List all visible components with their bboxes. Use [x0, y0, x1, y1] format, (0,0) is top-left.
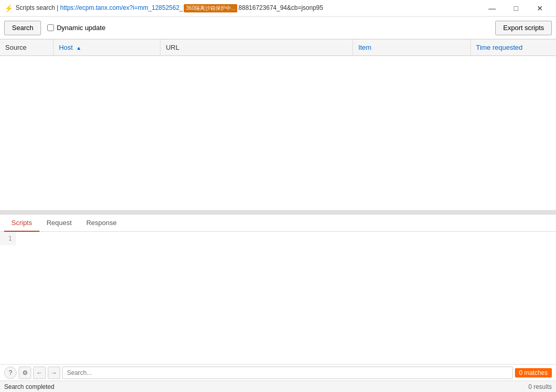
lightning-icon: ⚡: [4, 4, 13, 12]
search-button[interactable]: Search: [4, 21, 41, 35]
app-icon: ⚡: [4, 4, 12, 12]
title-suffix: 88816723674_94&cb=jsonp95: [238, 4, 323, 11]
code-content: [16, 232, 556, 236]
search-input[interactable]: [62, 367, 513, 379]
next-button[interactable]: →: [48, 367, 60, 379]
dynamic-update-text: Dynamic update: [57, 24, 105, 32]
title-prefix: Scripts search |: [16, 4, 60, 11]
status-bar: ? ⚙ ← → 0 matches: [0, 364, 556, 381]
minimize-button[interactable]: —: [480, 0, 504, 17]
tabs-bar: Scripts Request Response: [0, 215, 556, 232]
help-button[interactable]: ?: [4, 367, 17, 379]
title-url: https://ecpm.tanx.com/ex?i=mm_12852562_: [60, 4, 183, 11]
toolbar: Search Dynamic update Export scripts: [0, 17, 556, 39]
column-time[interactable]: Time requested: [470, 39, 556, 56]
dynamic-update-label[interactable]: Dynamic update: [47, 24, 105, 32]
bottom-status: Search completed 0 results: [0, 381, 556, 392]
results-table: Source Host ▲ URL Item Time requested: [0, 39, 556, 56]
warning-badge: 360隔离沙箱保护中...: [184, 4, 237, 12]
sort-arrow-icon: ▲: [76, 45, 82, 51]
table-header-row: Source Host ▲ URL Item Time requested: [0, 39, 556, 56]
column-item[interactable]: Item: [353, 39, 471, 56]
tab-scripts[interactable]: Scripts: [4, 215, 39, 232]
column-source[interactable]: Source: [0, 39, 53, 56]
column-host[interactable]: Host ▲: [53, 39, 160, 56]
status-results-text: 0 results: [528, 383, 552, 390]
column-url-label: URL: [166, 44, 179, 51]
bottom-panel: Scripts Request Response 1 ? ⚙ ← → 0 mat…: [0, 215, 556, 381]
results-table-container[interactable]: Source Host ▲ URL Item Time requested: [0, 39, 556, 212]
settings-button[interactable]: ⚙: [19, 367, 31, 379]
table-header: Source Host ▲ URL Item Time requested: [0, 39, 556, 56]
window-controls: — □ ✕: [480, 0, 552, 17]
column-host-label: Host: [59, 44, 73, 51]
export-scripts-button[interactable]: Export scripts: [495, 21, 552, 35]
dynamic-update-checkbox[interactable]: [47, 24, 54, 31]
title-bar-title: Scripts search | https://ecpm.tanx.com/e…: [16, 4, 480, 12]
column-url[interactable]: URL: [160, 39, 353, 56]
code-area[interactable]: 1: [0, 232, 556, 364]
maximize-button[interactable]: □: [504, 0, 528, 17]
status-completed-text: Search completed: [4, 383, 55, 390]
line-number-1: 1: [0, 234, 15, 243]
prev-button[interactable]: ←: [33, 367, 46, 379]
column-item-label: Item: [358, 44, 371, 51]
title-bar: ⚡ Scripts search | https://ecpm.tanx.com…: [0, 0, 556, 17]
tab-request[interactable]: Request: [39, 215, 79, 232]
line-numbers: 1: [0, 232, 16, 245]
tab-response[interactable]: Response: [79, 215, 124, 232]
column-source-label: Source: [5, 44, 26, 51]
close-button[interactable]: ✕: [528, 0, 552, 17]
matches-badge: 0 matches: [515, 368, 552, 377]
column-time-label: Time requested: [476, 44, 523, 51]
